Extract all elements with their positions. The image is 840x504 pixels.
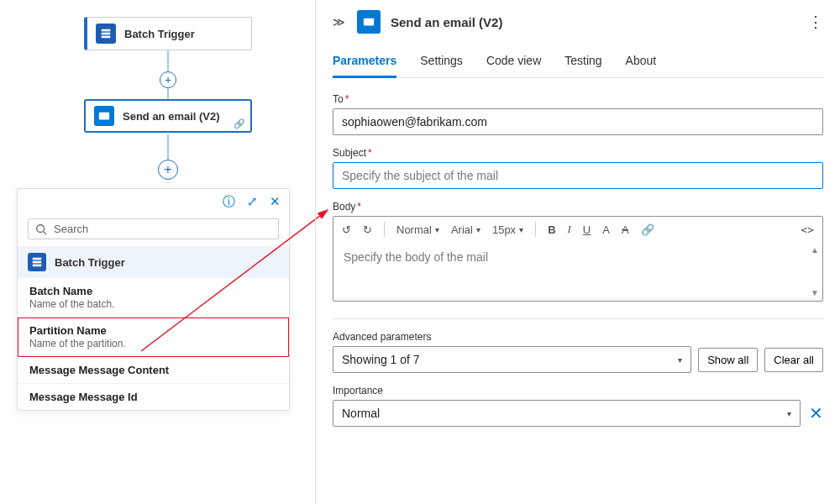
node-send-email[interactable]: Send an email (V2) 🔗 bbox=[84, 99, 252, 133]
info-icon[interactable]: ⓘ bbox=[223, 194, 235, 210]
token-message-content[interactable]: Message Message Content bbox=[18, 357, 289, 384]
panel-tabs: Parameters Settings Code view Testing Ab… bbox=[333, 49, 823, 78]
svg-rect-1 bbox=[102, 33, 111, 35]
svg-rect-2 bbox=[102, 36, 111, 39]
to-label: To* bbox=[333, 93, 823, 105]
svg-rect-6 bbox=[33, 258, 42, 260]
outlook-icon bbox=[357, 10, 381, 34]
scroll-down-icon[interactable]: ▼ bbox=[811, 288, 819, 297]
body-placeholder: Specify the body of the mail bbox=[344, 250, 488, 264]
svg-line-5 bbox=[44, 231, 47, 234]
show-all-button[interactable]: Show all bbox=[698, 348, 758, 372]
node-label: Send an email (V2) bbox=[123, 110, 220, 123]
token-desc: Name of the batch. bbox=[29, 298, 277, 310]
token-name: Message Message Content bbox=[29, 364, 277, 376]
search-icon bbox=[35, 223, 47, 235]
token-name: Message Message Id bbox=[29, 391, 277, 403]
tab-settings[interactable]: Settings bbox=[420, 49, 463, 77]
chevron-down-icon: ▾ bbox=[787, 409, 791, 418]
node-label: Batch Trigger bbox=[124, 28, 195, 40]
code-view-button[interactable]: <> bbox=[801, 223, 814, 236]
panel-title: Send an email (V2) bbox=[391, 15, 808, 29]
svg-rect-8 bbox=[33, 265, 42, 267]
batch-icon bbox=[96, 24, 116, 44]
token-batch-name[interactable]: Batch Name Name of the batch. bbox=[18, 278, 289, 318]
scroll-up-icon[interactable]: ▲ bbox=[811, 245, 819, 255]
close-icon[interactable]: ✕ bbox=[270, 194, 281, 210]
italic-button[interactable]: I bbox=[568, 223, 571, 236]
redo-button[interactable]: ↻ bbox=[363, 223, 372, 236]
add-step-button[interactable]: + bbox=[160, 71, 176, 88]
style-select[interactable]: Normal ▾ bbox=[396, 223, 439, 236]
search-input[interactable]: Search bbox=[28, 218, 279, 239]
connector-line bbox=[167, 134, 169, 160]
svg-rect-0 bbox=[102, 29, 111, 32]
font-color-button[interactable]: A bbox=[602, 223, 610, 236]
divider bbox=[333, 318, 823, 319]
more-menu-icon[interactable]: ⋮ bbox=[808, 13, 823, 31]
dynamic-content-popup: ⓘ ⤢ ✕ Search Batch Trigger Batch Name Na… bbox=[17, 188, 290, 411]
subject-label: Subject* bbox=[333, 147, 823, 159]
link-icon: 🔗 bbox=[234, 118, 245, 129]
node-batch-trigger[interactable]: Batch Trigger bbox=[84, 17, 252, 50]
advanced-label: Advanced parameters bbox=[333, 331, 823, 343]
svg-rect-7 bbox=[33, 261, 42, 264]
chevron-down-icon: ▾ bbox=[678, 355, 682, 365]
clear-all-button[interactable]: Clear all bbox=[764, 348, 823, 372]
tab-testing[interactable]: Testing bbox=[564, 49, 601, 77]
batch-icon bbox=[28, 253, 46, 271]
section-title: Batch Trigger bbox=[55, 256, 125, 269]
importance-select[interactable]: Normal ▾ bbox=[333, 400, 801, 427]
svg-point-4 bbox=[37, 224, 45, 232]
body-label: Body* bbox=[333, 201, 823, 213]
svg-rect-10 bbox=[364, 18, 374, 26]
search-placeholder: Search bbox=[54, 223, 88, 235]
tab-parameters[interactable]: Parameters bbox=[333, 49, 396, 78]
token-partition-name[interactable]: Partition Name Name of the partition. bbox=[18, 318, 289, 357]
editor-toolbar: ↺ ↻ Normal ▾ Arial ▾ 15px ▾ B I U A A 🔗 … bbox=[333, 217, 822, 242]
font-select[interactable]: Arial ▾ bbox=[451, 223, 480, 236]
body-editor[interactable]: ↺ ↻ Normal ▾ Arial ▾ 15px ▾ B I U A A 🔗 … bbox=[333, 216, 823, 302]
body-textarea[interactable]: Specify the body of the mail ▲ ▼ bbox=[333, 242, 822, 301]
collapse-panel-icon[interactable]: ≫ bbox=[333, 15, 345, 29]
size-select[interactable]: 15px ▾ bbox=[492, 223, 523, 236]
highlight-button[interactable]: A bbox=[622, 223, 629, 236]
connector-line bbox=[167, 88, 169, 99]
add-step-button[interactable]: + bbox=[158, 160, 178, 180]
token-name: Batch Name bbox=[29, 285, 277, 297]
subject-input[interactable] bbox=[333, 162, 823, 189]
outlook-icon bbox=[94, 106, 114, 126]
token-desc: Name of the partition. bbox=[29, 338, 277, 349]
section-header: Batch Trigger bbox=[18, 246, 289, 278]
underline-button[interactable]: U bbox=[583, 223, 591, 236]
link-button[interactable]: 🔗 bbox=[641, 223, 654, 236]
expand-icon[interactable]: ⤢ bbox=[247, 194, 258, 210]
to-input[interactable] bbox=[333, 108, 823, 135]
undo-button[interactable]: ↺ bbox=[342, 223, 351, 236]
token-message-id[interactable]: Message Message Id bbox=[18, 384, 289, 410]
importance-label: Importance bbox=[333, 385, 823, 396]
tab-code-view[interactable]: Code view bbox=[486, 49, 541, 77]
token-name: Partition Name bbox=[29, 324, 277, 337]
connector-line bbox=[167, 50, 169, 71]
bold-button[interactable]: B bbox=[548, 223, 555, 236]
tab-about[interactable]: About bbox=[626, 49, 657, 77]
advanced-params-select[interactable]: Showing 1 of 7 ▾ bbox=[333, 346, 691, 373]
remove-field-icon[interactable]: ✕ bbox=[809, 403, 823, 423]
svg-rect-3 bbox=[99, 113, 109, 120]
